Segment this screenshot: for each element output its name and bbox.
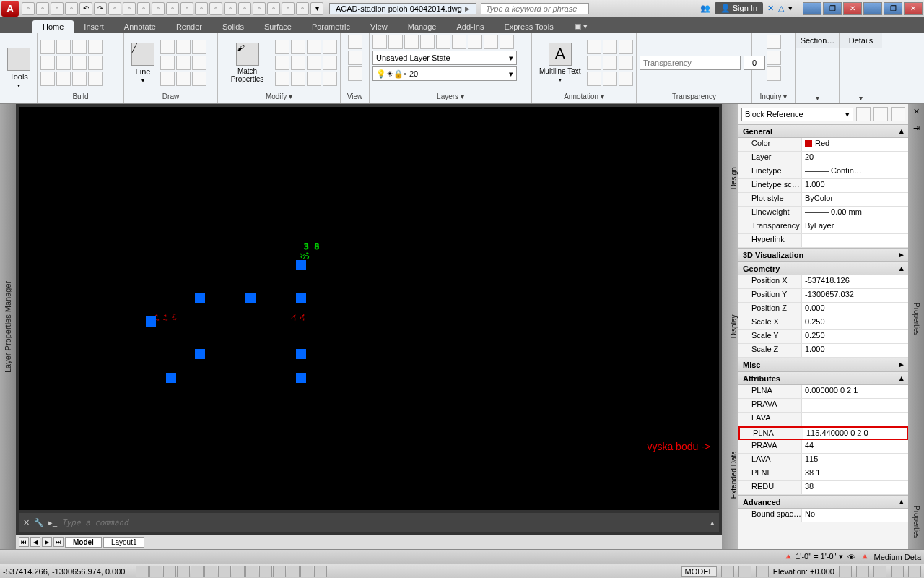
layer-tool[interactable]	[436, 35, 450, 49]
layout-prev-icon[interactable]: ◀	[30, 537, 40, 547]
anno-tool[interactable]	[587, 72, 601, 86]
status-toggle[interactable]	[177, 566, 190, 577]
tab-render[interactable]: Render	[166, 20, 212, 33]
qat-btn[interactable]: ▫	[253, 2, 266, 15]
tab-surface[interactable]: Surface	[254, 20, 302, 33]
status-toggle[interactable]	[756, 566, 769, 577]
view-tool[interactable]	[348, 66, 362, 81]
anno-tool[interactable]	[619, 72, 633, 86]
section-3dviz[interactable]: 3D Visualization▸	[738, 248, 908, 262]
status-toggle[interactable]	[149, 566, 162, 577]
property-row[interactable]: Scale Z1.000	[738, 344, 908, 358]
property-value[interactable]	[802, 399, 908, 412]
tab-view[interactable]: View	[360, 20, 398, 33]
elevation-display[interactable]: Elevation: +0.000	[773, 567, 834, 576]
mid-tab-extended[interactable]: Extended Data	[722, 401, 738, 549]
build-tool[interactable]	[88, 40, 103, 54]
property-value[interactable]	[802, 413, 908, 426]
draw-tool[interactable]	[160, 56, 175, 70]
properties-palette-bar[interactable]: ✕ ⇥ Properties Properties	[908, 104, 924, 549]
qat-btn[interactable]: ▫	[238, 2, 251, 15]
layer-tool[interactable]	[500, 35, 514, 49]
property-row[interactable]: PLNA0.000000 0 2 1	[738, 385, 908, 399]
section-panel-button[interactable]: Section…	[796, 33, 839, 48]
mid-tab-design[interactable]: Design	[722, 104, 738, 252]
selection-grip[interactable]	[296, 349, 306, 359]
tab-extras-icon[interactable]: ▣ ▾	[564, 20, 598, 33]
property-value[interactable]: 0.000	[802, 303, 908, 316]
build-tool[interactable]	[88, 56, 103, 70]
status-toggle[interactable]	[273, 566, 286, 577]
doc-close-button[interactable]: ✕	[904, 2, 923, 15]
qat-save-icon[interactable]: ▫	[51, 2, 64, 15]
qat-plot-icon[interactable]: ▫	[65, 2, 78, 15]
build-tool[interactable]	[72, 72, 87, 86]
section-geometry[interactable]: Geometry▴	[738, 262, 908, 275]
property-row[interactable]: PLNA115.440000 0 2 0	[738, 426, 908, 440]
status-toggle[interactable]	[245, 566, 258, 577]
property-row[interactable]: Layer20	[738, 152, 908, 165]
app-close-button[interactable]: ✕	[843, 2, 862, 15]
qat-btn[interactable]: ▫	[180, 2, 193, 15]
line-button[interactable]: ╱Line▾	[127, 41, 159, 85]
property-row[interactable]: PRAVA	[738, 399, 908, 413]
app-minimize-button[interactable]: _	[803, 2, 821, 15]
status-toggle[interactable]	[891, 566, 904, 577]
property-row[interactable]: Scale Y0.250	[738, 330, 908, 344]
build-tool[interactable]	[56, 72, 71, 86]
property-row[interactable]: Position X-537418.126	[738, 275, 908, 289]
view-tool[interactable]	[348, 35, 362, 49]
section-advanced[interactable]: Advanced▴	[738, 495, 908, 509]
qat-btn[interactable]: ▫	[282, 2, 295, 15]
qat-btn[interactable]: ▫	[296, 2, 309, 15]
status-toggle[interactable]	[259, 566, 272, 577]
select-objects-icon[interactable]	[873, 107, 888, 121]
modify-tool[interactable]	[291, 56, 305, 70]
property-value[interactable]: 115	[802, 454, 908, 467]
help-search-input[interactable]	[481, 3, 589, 14]
panel-modify-title[interactable]: Modify ▾	[221, 91, 337, 102]
anno-tool[interactable]	[587, 56, 601, 70]
anno-tool[interactable]	[619, 40, 633, 54]
help-dropdown-icon[interactable]: ▾	[788, 4, 793, 13]
layer-tool[interactable]	[484, 35, 498, 49]
property-value[interactable]: ——— Contin…	[802, 165, 908, 178]
modify-tool[interactable]	[323, 40, 337, 54]
modify-tool[interactable]	[275, 72, 289, 86]
status-toggle[interactable]	[300, 566, 313, 577]
tab-addins[interactable]: Add-Ins	[446, 20, 494, 33]
inquiry-tool[interactable]	[767, 35, 781, 49]
modify-tool[interactable]	[307, 72, 321, 86]
design-display-palette[interactable]: Design Display Extended Data	[722, 104, 738, 549]
build-tool[interactable]	[40, 72, 55, 86]
property-row[interactable]: Linetype sc…1.000	[738, 179, 908, 193]
selection-grip[interactable]	[245, 293, 256, 303]
property-row[interactable]: ColorRed	[738, 138, 908, 152]
inquiry-tool[interactable]	[767, 51, 781, 65]
mid-tab-display[interactable]: Display	[722, 252, 738, 400]
layout-tab-model[interactable]: Model	[65, 537, 102, 548]
property-row[interactable]: LAVA115	[738, 454, 908, 467]
object-type-dropdown[interactable]: Block Reference▾	[741, 108, 853, 121]
qat-redo-icon[interactable]: ↷	[94, 2, 107, 15]
status-toggle[interactable]	[721, 566, 734, 577]
modify-tool[interactable]	[307, 40, 321, 54]
draw-tool[interactable]	[160, 40, 175, 54]
inquiry-tool[interactable]	[767, 66, 781, 81]
property-row[interactable]: Lineweight——— 0.00 mm	[738, 207, 908, 220]
draw-tool[interactable]	[160, 72, 175, 86]
property-value[interactable]: -1300657.032	[802, 289, 908, 302]
toggle-pickadd-icon[interactable]	[891, 107, 905, 121]
tab-manage[interactable]: Manage	[398, 20, 447, 33]
property-value[interactable]: 1.000	[802, 344, 908, 357]
model-space-button[interactable]: MODEL	[681, 566, 717, 577]
annotation-scale[interactable]: 🔺 1'-0" = 1'-0" ▾	[783, 552, 842, 561]
modify-tool[interactable]	[291, 72, 305, 86]
layer-tool[interactable]	[420, 35, 435, 49]
anno-tool[interactable]	[603, 40, 617, 54]
layer-tool[interactable]	[388, 35, 403, 49]
search-dropdown-icon[interactable]: ▶	[465, 5, 470, 12]
property-value[interactable]: 20	[802, 152, 908, 165]
multiline-text-button[interactable]: AMultiline Text▾	[535, 41, 585, 85]
tab-annotate[interactable]: Annotate	[114, 20, 166, 33]
